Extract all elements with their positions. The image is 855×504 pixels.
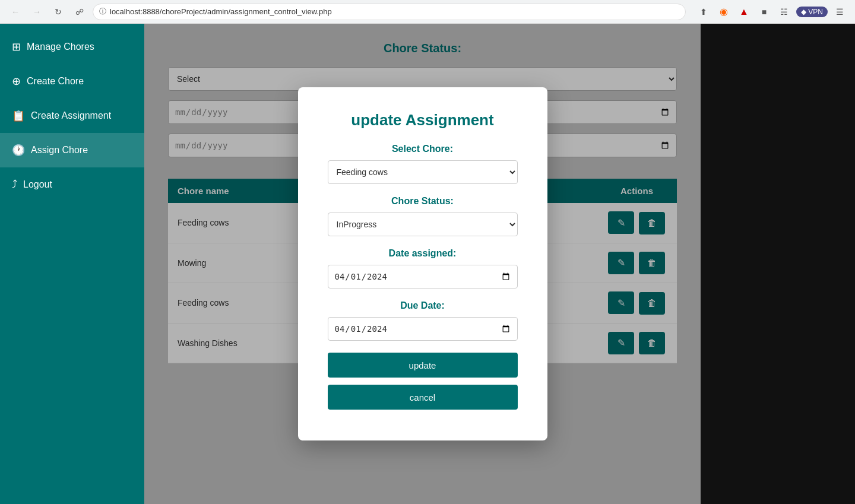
app-container: ⊞ Manage Chores ⊕ Create Chore 📋 Create …	[0, 24, 855, 504]
sidebar-item-assign-chore[interactable]: 🕐 Assign Chore	[0, 133, 144, 167]
modal-due-date-input[interactable]	[328, 317, 518, 341]
sidebar-label-logout: Logout	[23, 179, 52, 190]
create-assignment-icon: 📋	[12, 109, 25, 122]
browser-actions: ⬆ ◉ ▲ ■ ☵ ◆ VPN ☰	[695, 4, 848, 20]
modal-status-select[interactable]: InProgress Completed Pending	[328, 213, 518, 236]
modal-overlay: update Assignment Select Chore: Feeding …	[144, 24, 701, 504]
brave-shield-button[interactable]: ◉	[715, 4, 732, 20]
modal-date-assigned-label: Date assigned:	[328, 248, 518, 259]
address-bar[interactable]: ⓘ localhost:8888/choreProject/admin/assi…	[93, 4, 686, 20]
sidebar-item-create-assignment[interactable]: 📋 Create Assignment	[0, 99, 144, 133]
sidebar-label-create-chore: Create Chore	[27, 76, 84, 87]
menu-button[interactable]: ☰	[831, 4, 848, 20]
back-button[interactable]: ←	[7, 4, 24, 20]
url-text: localhost:8888/choreProject/admin/assign…	[110, 7, 332, 16]
modal-update-button[interactable]: update	[328, 353, 518, 378]
sidebar: ⊞ Manage Chores ⊕ Create Chore 📋 Create …	[0, 24, 144, 504]
modal-title: update Assignment	[328, 111, 518, 129]
manage-chores-icon: ⊞	[12, 40, 21, 53]
bookmark-button[interactable]: ☍	[71, 4, 88, 20]
vpn-button[interactable]: ◆ VPN	[796, 7, 828, 17]
modal-chore-status-label: Chore Status:	[328, 196, 518, 207]
modal-due-date-label: Due Date:	[328, 300, 518, 311]
assign-chore-icon: 🕐	[12, 144, 25, 157]
modal-cancel-button[interactable]: cancel	[328, 385, 518, 410]
sidebar-label-create-assignment: Create Assignment	[31, 110, 111, 121]
update-assignment-modal: update Assignment Select Chore: Feeding …	[298, 87, 547, 440]
reload-button[interactable]: ↻	[50, 4, 66, 20]
browser-chrome: ← → ↻ ☍ ⓘ localhost:8888/choreProject/ad…	[0, 0, 855, 24]
modal-select-chore-label: Select Chore:	[328, 144, 518, 154]
downloads-button[interactable]: ☵	[776, 4, 793, 20]
sidebar-item-create-chore[interactable]: ⊕ Create Chore	[0, 64, 144, 99]
sidebar-toggle-button[interactable]: ■	[756, 4, 772, 20]
modal-date-assigned-input[interactable]	[328, 265, 518, 289]
share-button[interactable]: ⬆	[695, 4, 712, 20]
create-chore-icon: ⊕	[12, 75, 21, 88]
alert-button[interactable]: ▲	[736, 4, 752, 20]
main-content: Chore Status: Select Chore name Actions …	[144, 24, 701, 504]
sidebar-label-manage-chores: Manage Chores	[27, 42, 94, 52]
modal-chore-select[interactable]: Feeding cows Mowing Washing Dishes	[328, 160, 518, 184]
forward-button[interactable]: →	[28, 4, 45, 20]
sidebar-item-logout[interactable]: ⤴ Logout	[0, 167, 144, 201]
right-panel	[701, 24, 855, 504]
logout-icon: ⤴	[12, 178, 17, 191]
sidebar-item-manage-chores[interactable]: ⊞ Manage Chores	[0, 30, 144, 64]
lock-icon: ⓘ	[99, 7, 106, 17]
sidebar-label-assign-chore: Assign Chore	[31, 145, 88, 156]
